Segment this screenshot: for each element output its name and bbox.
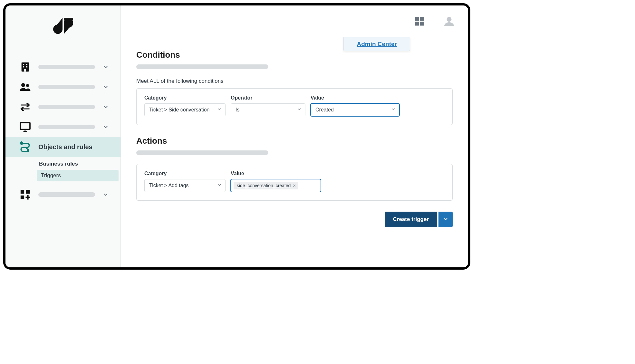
svg-rect-17 <box>415 22 419 25</box>
apps-grid-icon[interactable] <box>413 15 426 27</box>
condition-row: Category Ticket > Side conversation Oper… <box>144 95 445 116</box>
subnav-business-rules[interactable]: Business rules <box>5 158 120 170</box>
logo-area <box>5 5 120 48</box>
svg-rect-16 <box>420 17 424 21</box>
svg-rect-9 <box>20 123 30 129</box>
admin-center-badge[interactable]: Admin Center <box>343 37 410 51</box>
subnav-triggers[interactable]: Triggers <box>37 170 119 181</box>
zendesk-logo-icon <box>53 18 73 36</box>
sidebar-item-objects-rules[interactable]: Objects and rules <box>5 137 120 157</box>
select-value: Ticket > Add tags <box>149 183 189 188</box>
svg-point-19 <box>447 17 452 22</box>
svg-rect-6 <box>24 69 26 72</box>
sidebar-item-workspaces[interactable] <box>5 117 120 137</box>
conditions-panel: Category Ticket > Side conversation Oper… <box>136 88 453 125</box>
svg-rect-12 <box>21 190 24 194</box>
chevron-down-icon <box>102 83 109 91</box>
chevron-down-icon <box>217 182 222 189</box>
actions-desc-placeholder <box>136 150 268 155</box>
svg-rect-14 <box>21 196 24 199</box>
svg-point-8 <box>26 84 29 87</box>
chevron-down-icon <box>217 107 222 113</box>
select-value: Ticket > Side conversation <box>149 107 210 113</box>
field-label-value: Value <box>231 171 321 177</box>
sidebar-item-people[interactable] <box>5 77 120 97</box>
chevron-down-icon <box>391 107 396 113</box>
action-category-select[interactable]: Ticket > Add tags <box>144 179 226 192</box>
field-label-category: Category <box>144 95 226 101</box>
apps-add-icon <box>19 188 31 201</box>
actions-panel: Category Ticket > Add tags Value side_co… <box>136 164 453 201</box>
nav: Objects and rules Business rules Trigger… <box>5 48 120 205</box>
nav-placeholder <box>38 105 95 109</box>
svg-rect-13 <box>26 190 30 194</box>
conditions-desc-placeholder <box>136 64 268 69</box>
action-category-field: Category Ticket > Add tags <box>144 171 226 192</box>
chevron-down-icon <box>442 216 449 223</box>
conditions-title: Conditions <box>136 50 453 60</box>
remove-tag-icon[interactable]: ✕ <box>293 183 296 188</box>
building-icon <box>19 61 31 73</box>
action-row: Category Ticket > Add tags Value side_co… <box>144 171 445 192</box>
sidebar: Objects and rules Business rules Trigger… <box>5 5 121 267</box>
condition-operator-field: Operator Is <box>231 95 305 116</box>
condition-category-field: Category Ticket > Side conversation <box>144 95 226 116</box>
topbar <box>121 5 468 37</box>
sidebar-item-label: Objects and rules <box>38 143 114 151</box>
create-trigger-button[interactable]: Create trigger <box>385 212 437 227</box>
monitor-icon <box>19 121 31 133</box>
actions-title: Actions <box>136 136 453 146</box>
user-avatar-icon[interactable] <box>443 15 455 27</box>
conditions-meet-all-label: Meet ALL of the following conditions <box>136 78 453 84</box>
condition-value-select[interactable]: Created <box>311 103 399 116</box>
chevron-down-icon <box>297 107 302 113</box>
sidebar-item-account[interactable] <box>5 57 120 77</box>
sidebar-item-channels[interactable] <box>5 97 120 117</box>
field-label-operator: Operator <box>231 95 305 101</box>
select-value: Is <box>236 107 239 113</box>
svg-point-10 <box>23 130 27 132</box>
arrows-icon <box>19 101 31 113</box>
svg-rect-3 <box>26 64 27 65</box>
svg-rect-18 <box>420 22 424 25</box>
svg-rect-4 <box>23 66 24 67</box>
field-label-value: Value <box>311 95 399 101</box>
tag-chip: side_conversation_created ✕ <box>234 182 298 189</box>
select-value: Created <box>315 107 334 113</box>
svg-rect-5 <box>26 66 27 67</box>
tag-text: side_conversation_created <box>237 183 291 188</box>
chevron-down-icon <box>102 103 109 110</box>
nav-placeholder <box>38 65 95 69</box>
admin-center-link[interactable]: Admin Center <box>357 41 397 47</box>
chevron-down-icon <box>102 63 109 71</box>
condition-category-select[interactable]: Ticket > Side conversation <box>144 103 226 116</box>
chevron-down-icon <box>102 191 109 198</box>
svg-rect-2 <box>23 64 24 65</box>
svg-point-7 <box>21 83 25 87</box>
nav-placeholder <box>38 85 95 89</box>
main: Admin Center Conditions Meet ALL of the … <box>121 5 468 267</box>
flow-icon <box>19 141 31 153</box>
action-value-field: Value side_conversation_created ✕ <box>231 171 321 192</box>
footer-actions: Create trigger <box>136 212 453 227</box>
nav-placeholder <box>38 125 95 129</box>
action-tags-input[interactable]: side_conversation_created ✕ <box>231 179 321 192</box>
create-trigger-dropdown-button[interactable] <box>438 212 453 227</box>
condition-operator-select[interactable]: Is <box>231 103 305 116</box>
nav-placeholder <box>38 192 95 197</box>
subnav-objects-rules: Business rules Triggers <box>5 157 120 185</box>
content: Conditions Meet ALL of the following con… <box>121 37 468 240</box>
sidebar-item-apps[interactable] <box>5 185 120 205</box>
chevron-down-icon <box>102 123 109 130</box>
svg-rect-15 <box>415 17 419 21</box>
people-icon <box>19 81 31 93</box>
field-label-category: Category <box>144 171 226 177</box>
condition-value-field: Value Created <box>311 95 399 116</box>
